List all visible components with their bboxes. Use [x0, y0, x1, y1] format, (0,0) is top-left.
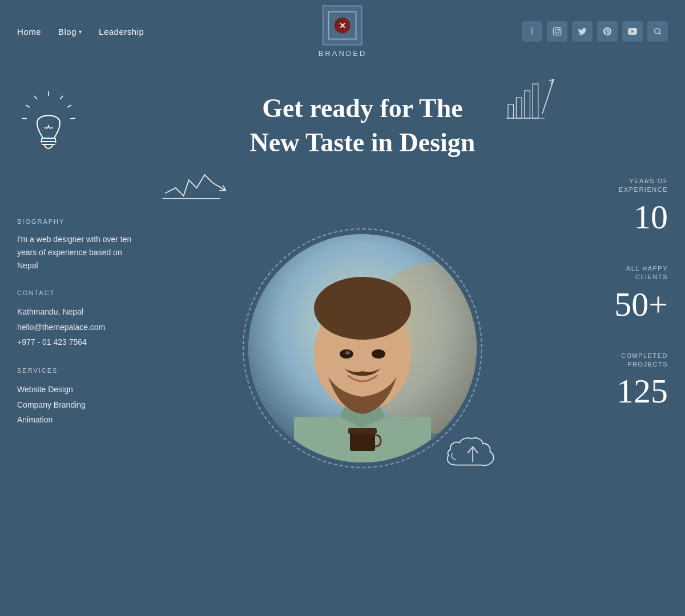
- instagram-button[interactable]: [547, 21, 567, 42]
- youtube-button[interactable]: [622, 21, 643, 42]
- hero-line2: New Taste in Design: [250, 126, 476, 160]
- svg-line-11: [22, 118, 27, 119]
- svg-line-42: [468, 446, 473, 453]
- contact-email: hello@themepalace.com: [17, 320, 137, 335]
- biography-label: BIOGRAPHY: [17, 218, 137, 225]
- service-website-design: Website Design: [17, 382, 137, 397]
- contact-label: CONTACT: [17, 289, 137, 296]
- left-sidebar: BIOGRAPHY I'm a web designer with over t…: [0, 74, 154, 514]
- nav-left: Home Blog ▾ Leadership: [17, 27, 144, 37]
- stat-experience: YEARS OFEXPERIENCE 10: [619, 177, 668, 236]
- svg-point-3: [655, 29, 660, 34]
- logo-box: ✕: [323, 6, 362, 46]
- svg-rect-39: [350, 431, 375, 451]
- stat-experience-value: 10: [619, 198, 668, 236]
- chart-icon: [502, 77, 559, 125]
- svg-line-4: [659, 33, 661, 35]
- services-section: SERVICES Website Design Company Branding…: [17, 350, 137, 428]
- svg-rect-17: [516, 98, 522, 118]
- facebook-button[interactable]: f: [522, 21, 542, 42]
- svg-line-8: [70, 118, 75, 119]
- right-sidebar: YEARS OFEXPERIENCE 10 ALL HAPPYCLIENTS 5…: [571, 74, 685, 514]
- stat-clients-value: 50+: [614, 285, 668, 323]
- svg-point-37: [372, 349, 385, 359]
- svg-rect-18: [525, 91, 530, 118]
- hero-line1: Get ready for The: [250, 91, 476, 126]
- svg-rect-40: [348, 428, 377, 434]
- logo-x-icon: ✕: [335, 18, 350, 34]
- contact-address: Kathmandu, Nepal: [17, 304, 137, 320]
- services-label: SERVICES: [17, 367, 137, 374]
- svg-point-35: [314, 277, 411, 340]
- svg-line-7: [67, 105, 71, 107]
- svg-line-43: [473, 446, 478, 453]
- nav-blog-wrapper[interactable]: Blog ▾: [58, 27, 82, 37]
- search-button[interactable]: [647, 21, 668, 42]
- stat-experience-label: YEARS OFEXPERIENCE: [619, 177, 668, 195]
- service-company-branding: Company Branding: [17, 397, 137, 413]
- stat-projects-value: 125: [616, 372, 668, 410]
- svg-line-9: [34, 96, 37, 99]
- stat-projects: COMPLETEDPROJECTS 125: [616, 352, 668, 410]
- logo: ✕ BRANDED: [319, 6, 367, 58]
- contact-phone: +977 - 01 423 7564: [17, 335, 137, 350]
- nav-right: f: [522, 21, 668, 42]
- nav-blog-link[interactable]: Blog: [58, 27, 76, 37]
- svg-point-1: [555, 30, 559, 34]
- pinterest-button[interactable]: [597, 21, 618, 42]
- svg-point-38: [345, 351, 350, 355]
- portrait-container: [237, 183, 488, 514]
- svg-rect-16: [508, 104, 514, 118]
- twitter-button[interactable]: [572, 21, 593, 42]
- svg-line-10: [26, 105, 30, 107]
- svg-point-2: [559, 29, 559, 30]
- stat-clients-label: ALL HAPPYCLIENTS: [614, 264, 668, 282]
- biography-section: BIOGRAPHY I'm a web designer with over t…: [17, 201, 137, 272]
- svg-rect-19: [533, 84, 538, 118]
- contact-section: CONTACT Kathmandu, Nepal hello@themepala…: [17, 272, 137, 350]
- svg-line-6: [60, 96, 63, 99]
- biography-text: I'm a web designer with over ten years o…: [17, 233, 137, 272]
- main-content: BIOGRAPHY I'm a web designer with over t…: [0, 63, 685, 537]
- center-area: Get ready for The New Taste in Design: [154, 74, 571, 514]
- bulb-icon: [17, 91, 137, 167]
- cloud-icon: [442, 432, 505, 480]
- nav-leadership[interactable]: Leadership: [99, 27, 144, 37]
- svg-rect-0: [553, 27, 561, 35]
- nav-home[interactable]: Home: [17, 27, 41, 37]
- stat-clients: ALL HAPPYCLIENTS 50+: [614, 264, 668, 323]
- header: Home Blog ▾ Leadership ✕ BRANDED f: [0, 0, 685, 63]
- hero-title: Get ready for The New Taste in Design: [250, 91, 476, 160]
- logo-box-inner: ✕: [328, 11, 357, 40]
- logo-text: BRANDED: [319, 49, 367, 58]
- chevron-down-icon: ▾: [79, 29, 82, 35]
- trend-icon: [160, 160, 228, 208]
- service-animation: Animation: [17, 412, 137, 428]
- svg-line-20: [542, 79, 554, 114]
- stat-projects-label: COMPLETEDPROJECTS: [616, 352, 668, 369]
- portrait-image: [248, 234, 477, 462]
